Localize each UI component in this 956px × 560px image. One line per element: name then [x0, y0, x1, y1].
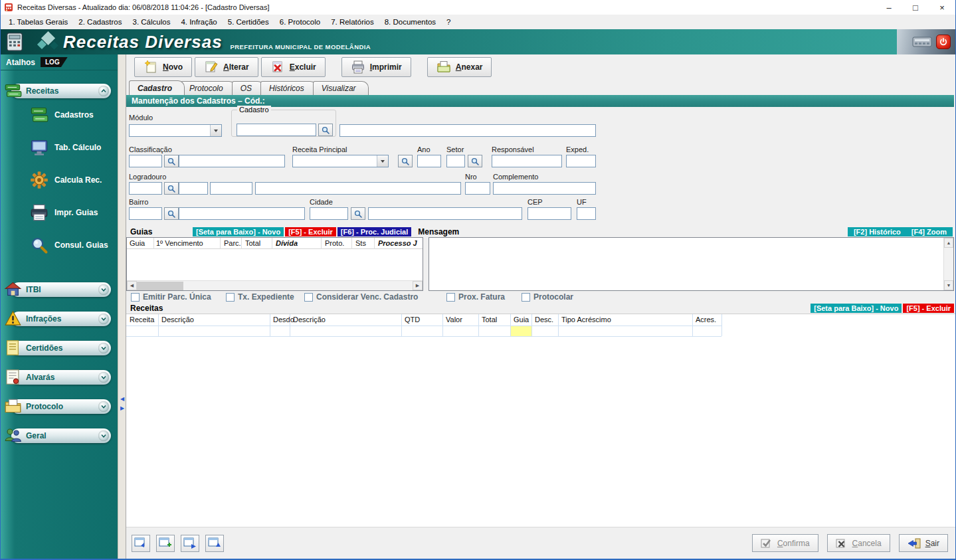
cancela-button[interactable]: Cancela [827, 534, 890, 552]
chevron-down-icon[interactable] [98, 430, 109, 441]
menu-calculos[interactable]: 3. Cálculos [128, 17, 176, 27]
menu-relatorios[interactable]: 7. Relatórios [326, 17, 379, 27]
receita-principal-search-button[interactable] [398, 155, 413, 167]
scroll-down-icon[interactable]: ▼ [944, 280, 953, 290]
classificacao-search-button[interactable] [164, 155, 179, 167]
record-window-button-1[interactable] [132, 535, 150, 552]
checkbox-icon[interactable] [131, 293, 140, 302]
combo-arrow-icon[interactable] [377, 155, 388, 167]
classificacao-input[interactable] [129, 155, 162, 167]
checkbox-considerar-venc-cadastro[interactable]: Considerar Venc. Cadastro [304, 292, 418, 302]
complemento-input[interactable] [493, 182, 596, 195]
guia-cell-highlight[interactable] [511, 326, 531, 336]
sidebar-group-itbi[interactable]: ITBI [11, 282, 111, 297]
checkbox-icon[interactable] [446, 293, 455, 302]
cidade-search-button[interactable] [351, 207, 365, 220]
receitas-grid[interactable]: Receita Descrição Desdo Descrição QTD Va… [126, 314, 955, 527]
chevron-down-icon[interactable] [98, 314, 109, 324]
logradouro-search-button[interactable] [164, 182, 179, 195]
nro-input[interactable] [465, 182, 490, 195]
menu-tabelas-gerais[interactable]: 1. Tabelas Gerais [3, 17, 73, 27]
anexar-button[interactable]: Anexar [427, 57, 492, 77]
menu-documentos[interactable]: 8. Documentos [379, 17, 441, 27]
setor-input[interactable] [446, 155, 465, 167]
chevron-down-icon[interactable] [98, 343, 109, 353]
checkbox-prox-fatura[interactable]: Prox. Fatura [446, 292, 505, 302]
mensagem-textarea[interactable]: ▲ ▼ [429, 237, 954, 291]
uf-input[interactable] [577, 207, 596, 220]
modulo-select[interactable] [129, 124, 222, 137]
exped-input[interactable] [566, 155, 596, 167]
excluir-button[interactable]: Excluir [261, 57, 326, 77]
tab-cadastro[interactable]: Cadastro [129, 80, 185, 95]
sidebar-item-impr-guias[interactable]: Impr. Guias [1, 196, 118, 229]
menu-help[interactable]: ? [441, 17, 456, 27]
scroll-right-icon[interactable]: ▶ [413, 281, 423, 290]
sidebar-group-infracoes[interactable]: Infrações [11, 312, 111, 326]
tab-os[interactable]: OS [232, 81, 264, 95]
menu-infracao[interactable]: 4. Infração [175, 17, 222, 27]
record-window-button-3[interactable] [181, 535, 199, 552]
receita-principal-select[interactable] [292, 155, 389, 167]
sair-button[interactable]: Sair [899, 534, 948, 552]
sidebar-group-geral[interactable]: Geral [11, 428, 111, 443]
cep-input[interactable] [527, 207, 571, 220]
logradouro-tipo-input[interactable] [179, 182, 208, 195]
sidebar-splitter[interactable]: ◀ ▶ [118, 54, 126, 559]
checkbox-protocolar[interactable]: Protocolar [522, 292, 573, 302]
sidebar-item-calcula-rec[interactable]: Calcula Rec. [1, 163, 118, 196]
tab-protocolo[interactable]: Protocolo [181, 81, 236, 95]
minimize-button[interactable]: – [876, 0, 902, 15]
chevron-up-icon[interactable] [98, 86, 109, 96]
scrollbar-thumb[interactable] [137, 282, 183, 290]
chevron-down-icon[interactable] [98, 401, 109, 412]
imprimir-button[interactable]: Imprimir [341, 57, 411, 77]
novo-button[interactable]: Novo [134, 57, 192, 77]
cadastro-descricao-input[interactable] [339, 124, 596, 137]
mensagem-vertical-scrollbar[interactable]: ▲ ▼ [943, 238, 953, 290]
menu-certidoes[interactable]: 5. Certidões [223, 17, 274, 27]
scroll-left-icon[interactable]: ◀ [127, 281, 137, 290]
sidebar-item-cadastros[interactable]: Cadastros [1, 98, 118, 131]
close-button[interactable]: × [929, 0, 955, 15]
bairro-search-button[interactable] [164, 207, 179, 220]
logradouro-nome-input[interactable] [255, 182, 461, 195]
bairro-nome-input[interactable] [179, 207, 305, 220]
guias-horizontal-scrollbar[interactable]: ◀ ▶ [127, 280, 423, 290]
cadastro-search-button[interactable] [318, 124, 333, 136]
scroll-up-icon[interactable]: ▲ [944, 238, 953, 248]
maximize-button[interactable]: □ [902, 0, 929, 15]
responsavel-input[interactable] [492, 155, 562, 167]
sidebar-group-protocolo[interactable]: Protocolo [11, 399, 111, 414]
chevron-down-icon[interactable] [98, 372, 109, 383]
cidade-nome-input[interactable] [368, 207, 522, 220]
logradouro-titulo-input[interactable] [210, 182, 252, 195]
sidebar-group-alvaras[interactable]: Alvarás [11, 370, 111, 385]
confirma-button[interactable]: Confirma [752, 534, 818, 552]
guias-grid[interactable]: Guia 1º Vencimento Parc. Total Dívida Pr… [126, 237, 423, 291]
chevron-down-icon[interactable] [98, 284, 109, 295]
sidebar-item-consul-guias[interactable]: Consul. Guias [1, 229, 118, 261]
classificacao-descricao-input[interactable] [179, 155, 285, 167]
sidebar-item-tab-calculo[interactable]: Tab. Cálculo [1, 131, 118, 163]
checkbox-tx-expediente[interactable]: Tx. Expediente [226, 292, 294, 302]
cadastro-input[interactable] [237, 124, 316, 136]
menu-protocolo[interactable]: 6. Protocolo [274, 17, 326, 27]
setor-search-button[interactable] [468, 155, 482, 167]
splitter-expand-button[interactable]: ▶ [119, 404, 126, 412]
cidade-codigo-input[interactable] [310, 207, 348, 220]
logradouro-codigo-input[interactable] [129, 182, 162, 195]
power-button[interactable] [936, 35, 951, 49]
sidebar-group-receitas[interactable]: Receitas [11, 84, 111, 98]
checkbox-icon[interactable] [522, 293, 530, 302]
combo-arrow-icon[interactable] [210, 125, 221, 136]
checkbox-icon[interactable] [304, 293, 313, 302]
checkbox-emitir-parc-unica[interactable]: Emitir Parc. Única [131, 292, 211, 302]
tab-visualizar[interactable]: Visualizar [313, 81, 369, 95]
checkbox-icon[interactable] [226, 293, 235, 302]
tab-historicos[interactable]: Históricos [260, 81, 317, 95]
ano-input[interactable] [417, 155, 441, 167]
alterar-button[interactable]: Alterar [195, 57, 258, 77]
menu-cadastros[interactable]: 2. Cadastros [73, 17, 127, 27]
record-window-button-4[interactable] [205, 535, 224, 552]
